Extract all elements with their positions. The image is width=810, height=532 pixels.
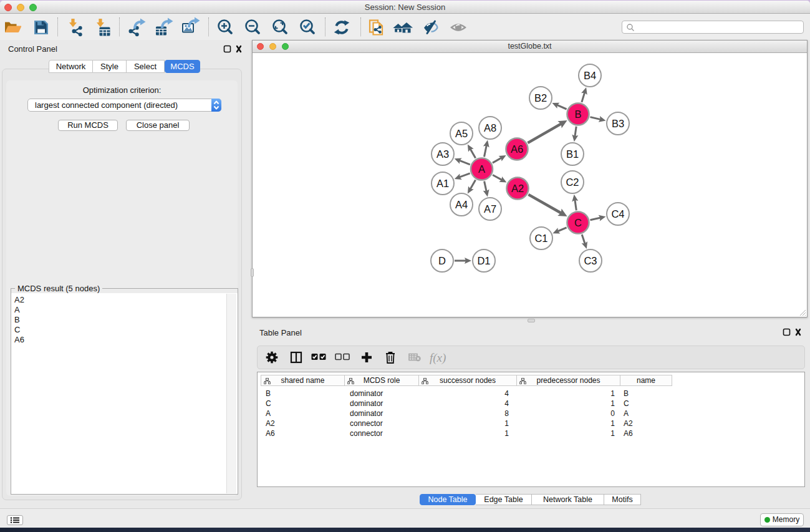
svg-text:B: B — [574, 109, 581, 120]
svg-text:A7: A7 — [484, 203, 496, 215]
svg-text:C4: C4 — [611, 208, 624, 220]
svg-text:A: A — [478, 163, 485, 175]
svg-text:A2: A2 — [511, 183, 524, 194]
svg-text:C3: C3 — [584, 255, 597, 266]
svg-text:A3: A3 — [436, 148, 449, 160]
svg-text:B4: B4 — [584, 70, 596, 81]
svg-text:f(x): f(x) — [430, 351, 446, 365]
svg-text:D1: D1 — [477, 255, 490, 266]
svg-text:A5: A5 — [455, 128, 468, 139]
svg-text:C2: C2 — [566, 177, 579, 188]
svg-text:A6: A6 — [511, 143, 523, 155]
svg-text:A1: A1 — [436, 178, 449, 189]
svg-text:A4: A4 — [455, 199, 468, 210]
svg-text:C1: C1 — [534, 233, 547, 244]
svg-text:B3: B3 — [612, 118, 624, 129]
svg-text:B1: B1 — [566, 148, 579, 160]
svg-text:B2: B2 — [534, 92, 547, 104]
svg-text:C: C — [574, 217, 582, 228]
svg-text:A8: A8 — [484, 122, 496, 133]
svg-text:D: D — [438, 255, 446, 266]
